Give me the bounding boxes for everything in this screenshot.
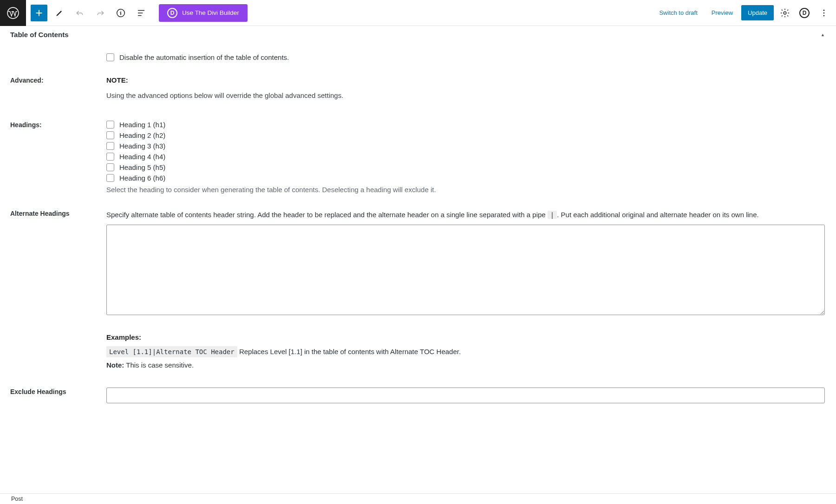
- example-line: Level [1.1]|Alternate TOC Header Replace…: [106, 348, 825, 355]
- info-icon: [116, 8, 126, 18]
- toc-panel-body: Disable the automatic insertion of the t…: [0, 53, 836, 422]
- preview-button[interactable]: Preview: [706, 6, 738, 20]
- redo-button[interactable]: [92, 5, 109, 21]
- dots-vertical-icon: [819, 8, 829, 18]
- panel-title: Table of Contents: [10, 31, 69, 39]
- heading-check-row: Heading 6 (h6): [106, 174, 825, 182]
- exclude-headings-row: Exclude Headings: [10, 388, 825, 403]
- divi-round-icon: D: [799, 8, 810, 18]
- headings-section-label: Headings:: [10, 121, 106, 194]
- pipe-char: |: [548, 211, 557, 219]
- examples-heading: Examples:: [106, 333, 825, 341]
- plus-icon: [34, 8, 44, 18]
- heading-checkbox-h4[interactable]: [106, 153, 114, 161]
- more-options-button[interactable]: [816, 5, 832, 21]
- wordpress-logo[interactable]: [0, 0, 26, 26]
- undo-button[interactable]: [72, 5, 88, 21]
- update-button[interactable]: Update: [741, 5, 774, 20]
- outline-icon: [136, 8, 146, 18]
- document-info-button[interactable]: [112, 5, 129, 21]
- svg-point-2: [784, 12, 786, 14]
- advanced-row: Advanced: NOTE: Using the advanced optio…: [10, 76, 825, 101]
- headings-checkbox-list: Heading 1 (h1)Heading 2 (h2)Heading 3 (h…: [106, 121, 825, 182]
- heading-checkbox-h3[interactable]: [106, 142, 114, 150]
- gear-icon: [780, 8, 790, 18]
- svg-point-0: [7, 7, 19, 19]
- heading-check-row: Heading 2 (h2): [106, 131, 825, 139]
- headings-row: Headings: Heading 1 (h1)Heading 2 (h2)He…: [10, 121, 825, 194]
- divi-button-label: Use The Divi Builder: [182, 9, 239, 16]
- add-block-button[interactable]: [31, 5, 47, 21]
- svg-point-3: [823, 9, 825, 11]
- svg-point-4: [823, 12, 825, 13]
- heading-checkbox-h5[interactable]: [106, 163, 114, 171]
- heading-checkbox-h1[interactable]: [106, 121, 114, 129]
- exclude-headings-input[interactable]: [106, 388, 825, 403]
- heading-checkbox-label: Heading 4 (h4): [119, 153, 165, 161]
- divi-settings-button[interactable]: D: [796, 5, 813, 21]
- toolbar-right-group: Switch to draft Preview Update D: [653, 5, 832, 21]
- switch-to-draft-button[interactable]: Switch to draft: [653, 6, 703, 20]
- divi-logo-icon: D: [167, 8, 177, 18]
- advanced-note-text: Using the advanced options below will ov…: [106, 90, 825, 101]
- toolbar-left-group: D Use The Divi Builder: [26, 4, 248, 22]
- heading-checkbox-h6[interactable]: [106, 174, 114, 182]
- heading-check-row: Heading 4 (h4): [106, 153, 825, 161]
- heading-check-row: Heading 3 (h3): [106, 142, 825, 150]
- disable-toc-checkbox[interactable]: [106, 53, 114, 61]
- exclude-headings-section-label: Exclude Headings: [10, 388, 106, 403]
- heading-checkbox-label: Heading 3 (h3): [119, 142, 165, 150]
- disable-row: Disable the automatic insertion of the t…: [10, 53, 825, 64]
- alternate-headings-row: Alternate Headings Specify alternate tab…: [10, 209, 825, 375]
- settings-button[interactable]: [777, 5, 793, 21]
- advanced-section-label: Advanced:: [10, 76, 106, 101]
- edit-tools-button[interactable]: [51, 5, 68, 21]
- heading-checkbox-label: Heading 5 (h5): [119, 163, 165, 171]
- heading-check-row: Heading 1 (h1): [106, 121, 825, 129]
- example-code: Level [1.1]|Alternate TOC Header: [106, 346, 237, 357]
- alt-headings-textarea[interactable]: [106, 225, 825, 315]
- alt-headings-section-label: Alternate Headings: [10, 209, 106, 375]
- divi-builder-button[interactable]: D Use The Divi Builder: [159, 4, 248, 22]
- editor-top-toolbar: D Use The Divi Builder Switch to draft P…: [0, 0, 836, 26]
- wordpress-icon: [7, 7, 19, 19]
- alt-headings-description: Specify alternate table of contents head…: [106, 209, 825, 220]
- heading-checkbox-label: Heading 2 (h2): [119, 131, 165, 139]
- toc-panel-header[interactable]: Table of Contents ▲: [0, 26, 836, 42]
- svg-point-5: [823, 15, 825, 16]
- pencil-icon: [55, 8, 64, 18]
- note-line: Note: This is case sensitive.: [106, 361, 825, 369]
- disable-toc-label: Disable the automatic insertion of the t…: [119, 53, 289, 61]
- redo-icon: [96, 8, 105, 18]
- headings-help-text: Select the heading to consider when gene…: [106, 186, 825, 194]
- heading-checkbox-h2[interactable]: [106, 131, 114, 139]
- advanced-note-heading: NOTE:: [106, 76, 825, 84]
- heading-check-row: Heading 5 (h5): [106, 163, 825, 171]
- document-outline-button[interactable]: [133, 5, 150, 21]
- undo-icon: [75, 8, 85, 18]
- heading-checkbox-label: Heading 1 (h1): [119, 121, 165, 129]
- collapse-arrow-icon: ▲: [821, 32, 825, 37]
- heading-checkbox-label: Heading 6 (h6): [119, 174, 165, 182]
